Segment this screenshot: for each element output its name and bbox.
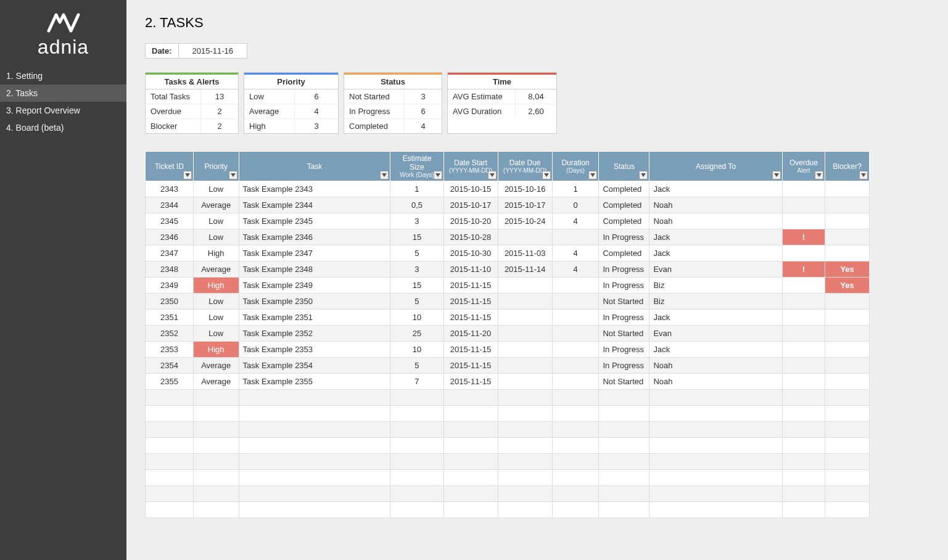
nav-item-2[interactable]: 3. Report Overview <box>0 102 126 119</box>
cell-ticket-id[interactable]: 2350 <box>146 294 194 310</box>
cell-task[interactable]: Task Example 2343 <box>239 181 390 197</box>
cell-empty[interactable] <box>193 390 239 406</box>
cell-empty[interactable] <box>825 438 870 454</box>
cell-empty[interactable] <box>599 486 649 502</box>
table-row[interactable]: 2353HighTask Example 2353102015-11-15In … <box>146 342 870 358</box>
cell-empty[interactable] <box>552 438 599 454</box>
cell-ticket-id[interactable]: 2348 <box>146 261 194 278</box>
table-row[interactable]: 2355AverageTask Example 235572015-11-15N… <box>146 374 870 390</box>
cell-ticket-id[interactable]: 2349 <box>146 278 194 294</box>
cell-priority[interactable]: Average <box>193 261 239 278</box>
cell-date-start[interactable]: 2015-10-15 <box>443 181 498 197</box>
cell-date-due[interactable]: 2015-10-24 <box>498 213 552 229</box>
cell-empty[interactable] <box>825 406 870 422</box>
filter-dropdown-icon[interactable] <box>542 171 551 179</box>
cell-empty[interactable] <box>825 502 870 518</box>
cell-empty[interactable] <box>498 438 552 454</box>
cell-duration[interactable] <box>552 229 599 245</box>
filter-dropdown-icon[interactable] <box>859 171 868 179</box>
cell-estimate[interactable]: 3 <box>390 261 443 278</box>
cell-assigned[interactable]: Noah <box>649 197 782 213</box>
cell-empty[interactable] <box>443 438 498 454</box>
cell-estimate[interactable]: 5 <box>390 294 443 310</box>
cell-empty[interactable] <box>498 406 552 422</box>
cell-date-due[interactable] <box>498 358 552 374</box>
cell-empty[interactable] <box>782 406 825 422</box>
cell-empty[interactable] <box>443 470 498 486</box>
cell-estimate[interactable]: 1 <box>390 181 443 197</box>
cell-empty[interactable] <box>239 454 390 470</box>
cell-estimate[interactable]: 10 <box>390 310 443 326</box>
table-row[interactable]: 2349HighTask Example 2349152015-11-15In … <box>146 278 870 294</box>
cell-status[interactable]: In Progress <box>599 278 649 294</box>
cell-duration[interactable]: 4 <box>552 261 599 278</box>
cell-assigned[interactable]: Jack <box>649 245 782 261</box>
cell-status[interactable]: Completed <box>599 245 649 261</box>
filter-dropdown-icon[interactable] <box>588 171 597 179</box>
cell-empty[interactable] <box>193 454 239 470</box>
cell-empty[interactable] <box>443 502 498 518</box>
cell-task[interactable]: Task Example 2350 <box>239 294 390 310</box>
filter-dropdown-icon[interactable] <box>488 171 497 179</box>
cell-ticket-id[interactable]: 2354 <box>146 358 194 374</box>
cell-empty[interactable] <box>146 438 194 454</box>
cell-assigned[interactable]: Jack <box>649 229 782 245</box>
table-row-empty[interactable] <box>146 438 870 454</box>
cell-empty[interactable] <box>146 454 194 470</box>
cell-empty[interactable] <box>390 438 443 454</box>
cell-blocker[interactable] <box>825 181 870 197</box>
cell-overdue[interactable] <box>782 294 825 310</box>
cell-empty[interactable] <box>239 406 390 422</box>
cell-task[interactable]: Task Example 2347 <box>239 245 390 261</box>
cell-status[interactable]: Completed <box>599 197 649 213</box>
cell-overdue[interactable] <box>782 358 825 374</box>
cell-status[interactable]: Not Started <box>599 374 649 390</box>
cell-ticket-id[interactable]: 2353 <box>146 342 194 358</box>
filter-dropdown-icon[interactable] <box>229 171 237 179</box>
cell-overdue[interactable] <box>782 245 825 261</box>
cell-empty[interactable] <box>193 502 239 518</box>
cell-empty[interactable] <box>193 438 239 454</box>
cell-ticket-id[interactable]: 2355 <box>146 374 194 390</box>
cell-empty[interactable] <box>443 422 498 438</box>
cell-empty[interactable] <box>146 486 194 502</box>
cell-priority[interactable]: Average <box>193 197 239 213</box>
filter-dropdown-icon[interactable] <box>639 171 648 179</box>
cell-date-due[interactable] <box>498 342 552 358</box>
cell-ticket-id[interactable]: 2346 <box>146 229 194 245</box>
cell-task[interactable]: Task Example 2351 <box>239 310 390 326</box>
cell-blocker[interactable] <box>825 245 870 261</box>
filter-dropdown-icon[interactable] <box>380 171 389 179</box>
cell-empty[interactable] <box>193 470 239 486</box>
cell-empty[interactable] <box>649 422 782 438</box>
cell-overdue[interactable] <box>782 310 825 326</box>
cell-overdue[interactable] <box>782 278 825 294</box>
cell-date-due[interactable] <box>498 374 552 390</box>
cell-status[interactable]: Completed <box>599 181 649 197</box>
cell-duration[interactable] <box>552 310 599 326</box>
cell-duration[interactable]: 4 <box>552 213 599 229</box>
cell-ticket-id[interactable]: 2347 <box>146 245 194 261</box>
cell-ticket-id[interactable]: 2351 <box>146 310 194 326</box>
cell-date-due[interactable]: 2015-11-03 <box>498 245 552 261</box>
cell-priority[interactable]: High <box>193 342 239 358</box>
table-row[interactable]: 2344AverageTask Example 23440,52015-10-1… <box>146 197 870 213</box>
cell-date-due[interactable] <box>498 229 552 245</box>
cell-duration[interactable]: 4 <box>552 245 599 261</box>
cell-duration[interactable] <box>552 358 599 374</box>
cell-status[interactable]: In Progress <box>599 310 649 326</box>
cell-empty[interactable] <box>390 470 443 486</box>
cell-date-start[interactable]: 2015-10-28 <box>443 229 498 245</box>
table-row-empty[interactable] <box>146 502 870 518</box>
cell-estimate[interactable]: 5 <box>390 245 443 261</box>
cell-overdue[interactable] <box>782 181 825 197</box>
table-row[interactable]: 2350LowTask Example 235052015-11-15Not S… <box>146 294 870 310</box>
cell-overdue[interactable]: ! <box>782 261 825 278</box>
cell-empty[interactable] <box>782 486 825 502</box>
cell-priority[interactable]: Low <box>193 294 239 310</box>
cell-blocker[interactable] <box>825 197 870 213</box>
cell-assigned[interactable]: Noah <box>649 358 782 374</box>
cell-date-due[interactable] <box>498 310 552 326</box>
cell-empty[interactable] <box>146 502 194 518</box>
cell-overdue[interactable] <box>782 213 825 229</box>
